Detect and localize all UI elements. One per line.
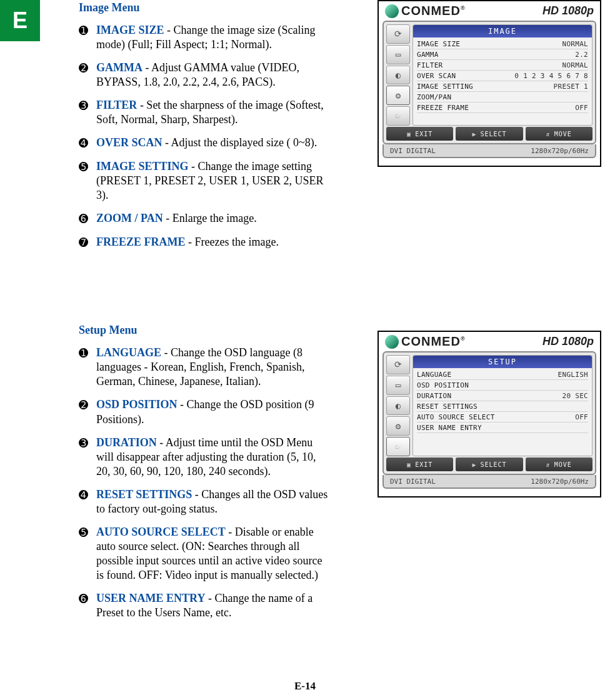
item-text: OVER SCAN - Adjust the displayed size ( … <box>96 136 329 150</box>
list-item: ➍OVER SCAN - Adjust the displayed size (… <box>79 136 329 151</box>
osd-row-key: GAMMA <box>417 51 439 59</box>
item-text: GAMMA - Adjust GAMMA value (VIDEO, BYPAS… <box>96 61 329 89</box>
list-item: ➏USER NAME ENTRY - Change the name of a … <box>79 591 329 620</box>
osd-tab: ▭ <box>386 45 410 64</box>
osd-row: ZOOM/PAN <box>417 92 588 102</box>
osd-row-key: AUTO SOURCE SELECT <box>417 413 495 421</box>
section-tab: E <box>0 0 40 41</box>
osd-row-key: FILTER <box>417 61 443 69</box>
item-term: GAMMA <box>96 61 142 74</box>
updown-icon: ⇵ <box>546 461 551 468</box>
item-number-icon: ➐ <box>79 235 96 250</box>
item-number-icon: ➋ <box>79 398 96 412</box>
osd-row: LANGUAGEENGLISH <box>417 369 588 380</box>
item-number-icon: ➌ <box>79 98 96 113</box>
brand-text: CONMED® <box>401 4 466 18</box>
item-number-icon: ➊ <box>79 346 96 361</box>
panel-title: IMAGE <box>413 25 592 38</box>
item-number-icon: ➍ <box>79 136 96 151</box>
item-text: FREEZE FRAME - Freezes the image. <box>96 235 329 249</box>
osd-row-value: 2.2 <box>575 51 588 59</box>
item-text: FILTER - Set the sharpness of the image … <box>96 98 329 127</box>
osd-row-key: IMAGE SIZE <box>417 40 460 48</box>
menu-icon: ▣ <box>407 461 411 468</box>
osd-row-key: LANGUAGE <box>417 371 451 379</box>
model-label: HD 1080p <box>542 335 594 348</box>
osd-row: IMAGE SIZENORMAL <box>417 39 588 49</box>
osd-tab: ⟳ <box>386 355 410 374</box>
osd-tab: ☞ <box>386 106 410 126</box>
tab-column: ⟳▭◐⚙☞ <box>386 355 410 456</box>
play-icon: ▶ <box>472 461 476 468</box>
list-item: ➌FILTER - Set the sharpness of the image… <box>79 98 329 127</box>
list-item: ➊LANGUAGE - Change the OSD language (8 l… <box>79 346 329 389</box>
osd-row-value: OFF <box>575 413 588 421</box>
osd-screenshot-image: CONMED® HD 1080p ⟳▭◐⚙☞ IMAGE IMAGE SIZEN… <box>378 0 601 167</box>
list-item: ➋GAMMA - Adjust GAMMA value (VIDEO, BYPA… <box>79 61 329 89</box>
osd-row: FILTERNORMAL <box>417 60 588 71</box>
osd-row-value: 20 SEC <box>562 392 588 400</box>
osd-row-key: OVER SCAN <box>417 72 456 80</box>
nav-move: ⇵MOVE <box>526 458 592 471</box>
osd-navbar: ▣EXIT ▶SELECT ⇵MOVE <box>386 127 592 141</box>
item-text: IMAGE SIZE - Change the image size (Scal… <box>96 23 329 52</box>
list-item: ➋OSD POSITION - Change the OSD position … <box>79 398 329 426</box>
item-term: USER NAME ENTRY <box>96 592 205 604</box>
panel-title: SETUP <box>413 356 592 368</box>
osd-statusbar: DVI DIGITAL 1280x720p/60Hz <box>382 144 596 158</box>
item-term: RESET SETTINGS <box>96 488 192 501</box>
list-item: ➌DURATION - Adjust time until the OSD Me… <box>79 436 329 479</box>
item-term: OVER SCAN <box>96 136 162 149</box>
nav-select: ▶SELECT <box>456 127 522 141</box>
brand-logo: CONMED® <box>385 4 466 18</box>
osd-row-key: FREEZE FRAME <box>417 104 469 112</box>
item-number-icon: ➏ <box>79 591 96 606</box>
osd-row: AUTO SOURCE SELECTOFF <box>417 412 588 422</box>
status-source: DVI DIGITAL <box>390 147 436 155</box>
item-desc: - Adjust the displayed size ( 0~8). <box>162 136 318 149</box>
item-text: OSD POSITION - Change the OSD position (… <box>96 398 329 426</box>
osd-row-key: ZOOM/PAN <box>417 93 451 101</box>
item-text: DURATION - Adjust time until the OSD Men… <box>96 436 329 479</box>
list-item: ➐FREEZE FRAME - Freezes the image. <box>79 235 329 250</box>
osd-row: OVER SCAN0 1 2 3 4 5 6 7 8 <box>417 71 588 81</box>
item-number-icon: ➎ <box>79 525 96 540</box>
item-text: LANGUAGE - Change the OSD language (8 la… <box>96 346 329 389</box>
osd-screenshot-setup: CONMED® HD 1080p ⟳▭◐⚙☞ SETUP LANGUAGEENG… <box>378 331 601 498</box>
item-text: RESET SETTINGS - Changes all the OSD val… <box>96 488 329 516</box>
osd-row-value: NORMAL <box>562 40 588 48</box>
osd-row: GAMMA2.2 <box>417 49 588 60</box>
list-item: ➊IMAGE SIZE - Change the image size (Sca… <box>79 23 329 52</box>
item-term: IMAGE SETTING <box>96 160 189 172</box>
osd-tab: ⚙ <box>386 416 410 436</box>
item-number-icon: ➏ <box>79 211 96 226</box>
osd-panel: SETUP LANGUAGEENGLISHOSD POSITIONDURATIO… <box>412 355 592 456</box>
item-term: IMAGE SIZE <box>96 24 164 36</box>
osd-row-key: DURATION <box>417 392 451 400</box>
list-item: ➎IMAGE SETTING - Change the image settin… <box>79 159 329 202</box>
logo-icon <box>385 4 399 18</box>
nav-select: ▶SELECT <box>456 458 522 471</box>
nav-move: ⇵MOVE <box>526 127 592 141</box>
osd-row-value: NORMAL <box>562 61 588 69</box>
status-mode: 1280x720p/60Hz <box>531 478 589 486</box>
osd-statusbar: DVI DIGITAL 1280x720p/60Hz <box>382 475 596 489</box>
osd-tab: ◐ <box>386 396 410 416</box>
menu-icon: ▣ <box>407 131 411 138</box>
item-number-icon: ➊ <box>79 23 96 38</box>
osd-row: IMAGE SETTINGPRESET 1 <box>417 81 588 92</box>
osd-panel: IMAGE IMAGE SIZENORMALGAMMA2.2FILTERNORM… <box>412 24 592 126</box>
osd-row-value: OFF <box>575 104 588 112</box>
panel-rows: LANGUAGEENGLISHOSD POSITIONDURATION20 SE… <box>413 368 592 434</box>
osd-row-key: USER NAME ENTRY <box>417 424 482 432</box>
page-number: E-14 <box>0 680 610 692</box>
nav-exit: ▣EXIT <box>386 458 453 471</box>
item-number-icon: ➌ <box>79 436 96 451</box>
item-number-icon: ➋ <box>79 61 96 76</box>
item-text: ZOOM / PAN - Enlarge the image. <box>96 211 329 226</box>
item-desc: - Enlarge the image. <box>163 212 257 224</box>
osd-tab: ◐ <box>386 66 410 85</box>
osd-row-value: 0 1 2 3 4 5 6 7 8 <box>514 72 588 80</box>
osd-row-value: ENGLISH <box>558 371 588 379</box>
item-term: DURATION <box>96 436 157 449</box>
